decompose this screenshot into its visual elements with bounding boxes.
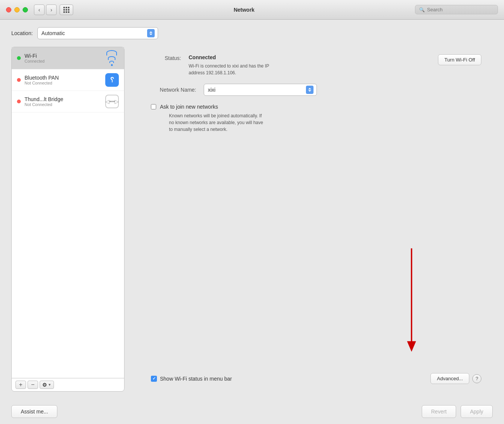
location-value: Automatic [41,30,65,36]
turn-wifi-off-button[interactable]: Turn Wi-Fi Off [438,54,481,65]
status-label: Status: [151,54,181,61]
sidebar-item-thunderbolt[interactable]: Thund...lt Bridge Not Connected ◁•••▷ [12,91,124,112]
location-row: Location: Automatic [11,27,493,39]
gear-dropdown-arrow: ▼ [48,383,51,387]
search-bar[interactable]: 🔍 [415,5,498,14]
sidebar-item-bluetooth-pan[interactable]: Bluetooth PAN Not Connected ␦ [12,69,124,91]
thunderbolt-icon: ◁•••▷ [105,95,119,108]
location-stepper-icon [147,29,155,37]
ask-join-label: Ask to join new networks [160,104,218,110]
sidebar-item-wifi-info: Wi-Fi Connected [25,53,101,63]
back-button[interactable]: ‹ [34,5,45,15]
assist-me-button[interactable]: Assist me... [11,405,57,418]
apply-button[interactable]: Apply [461,405,493,418]
remove-network-button[interactable]: − [28,381,38,389]
wifi-status: Connected [25,59,101,63]
bluetooth-pan-status-dot [17,78,21,82]
window-title: Network [73,7,415,13]
wifi-arc-large [106,50,117,55]
network-name-stepper-icon [306,86,313,94]
show-wifi-label: Show Wi-Fi status in menu bar [160,376,232,382]
maximize-button[interactable] [23,7,28,12]
wifi-status-dot [17,56,21,60]
wifi-signal-icon [106,50,117,66]
right-panel: Status: Connected Wi-Fi is connected to … [140,47,493,392]
forward-button[interactable]: › [46,5,57,15]
sidebar: Wi-Fi Connected [11,47,124,392]
title-bar: ‹ › Network 🔍 [0,0,504,20]
location-label: Location: [11,30,33,36]
stepper-down-arrow [149,34,152,35]
network-name-label: Network Name: [151,87,196,93]
main-content: Location: Automatic Wi-Fi Connected [0,20,504,399]
bluetooth-icon: ␦ [105,73,119,87]
thunderbolt-status: Not Connected [25,102,101,107]
ask-join-info: Ask to join new networks Known networks … [160,103,263,133]
ask-join-description: Known networks will be joined automatica… [169,112,263,133]
ask-join-row: Ask to join new networks Known networks … [151,103,481,133]
sidebar-item-bluetooth-info: Bluetooth PAN Not Connected [25,75,101,85]
show-wifi-checkbox[interactable]: ✓ [151,376,157,382]
grid-icon [63,7,69,13]
network-stepper-down [308,90,311,92]
bluetooth-pan-name: Bluetooth PAN [25,75,101,81]
sidebar-toolbar: + − ⚙ ▼ [12,378,124,391]
minimize-button[interactable] [14,7,20,12]
grid-button[interactable] [60,5,73,15]
status-description: Wi-Fi is connected to xixi and has the I… [189,63,430,76]
close-button[interactable] [6,7,11,12]
wifi-arc-small [109,61,114,63]
sidebar-list: Wi-Fi Connected [12,47,124,378]
wifi-name: Wi-Fi [25,53,101,59]
thunderbolt-status-dot [17,100,21,103]
wifi-icon [104,51,119,65]
advanced-button[interactable]: Advanced... [430,373,469,384]
traffic-lights [6,7,28,12]
bottom-area: ✓ Show Wi-Fi status in menu bar Advanced… [151,366,481,384]
checkmark-icon: ✓ [152,376,156,381]
network-name-row: Network Name: xixi [151,84,481,96]
thunderbolt-arrows-icon: ◁•••▷ [105,98,119,104]
show-wifi-row: ✓ Show Wi-Fi status in menu bar [151,376,430,382]
status-info: Connected Wi-Fi is connected to xixi and… [189,54,430,76]
search-input[interactable] [427,7,494,12]
thunderbolt-name: Thund...lt Bridge [25,96,101,102]
revert-button[interactable]: Revert [422,405,456,418]
gear-icon: ⚙ [42,382,47,388]
wifi-dot [111,64,113,66]
network-stepper-up [308,88,311,89]
search-icon: 🔍 [419,7,425,12]
gear-menu-button[interactable]: ⚙ ▼ [40,381,54,389]
status-connected-text: Connected [189,54,430,60]
network-name-value: xixi [208,87,215,93]
stepper-up-arrow [149,31,152,33]
right-panel-wrapper: Status: Connected Wi-Fi is connected to … [132,47,493,392]
status-row: Status: Connected Wi-Fi is connected to … [151,54,481,76]
panels: Wi-Fi Connected [11,47,493,392]
ask-join-checkbox[interactable] [151,104,156,109]
sidebar-item-wifi[interactable]: Wi-Fi Connected [12,47,124,69]
help-button[interactable]: ? [472,374,481,383]
wifi-arc-medium [108,56,115,60]
nav-buttons: ‹ › [34,5,57,15]
bluetooth-pan-status: Not Connected [25,81,101,85]
add-network-button[interactable]: + [15,381,26,389]
network-name-dropdown[interactable]: xixi [204,84,317,96]
footer-buttons: Assist me... Revert Apply [0,399,504,424]
location-dropdown[interactable]: Automatic [37,27,158,39]
sidebar-item-thunderbolt-info: Thund...lt Bridge Not Connected [25,96,101,107]
